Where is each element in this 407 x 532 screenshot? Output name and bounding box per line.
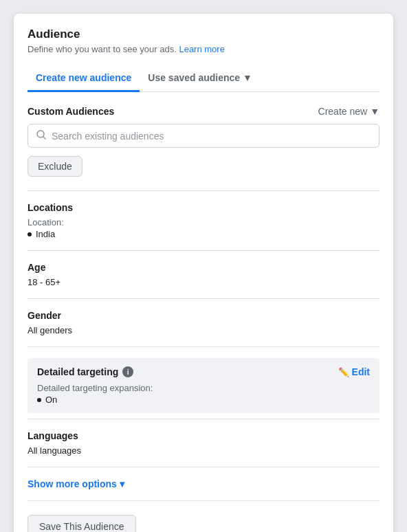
detailed-sub-label: Detailed targeting expansion: bbox=[37, 383, 370, 393]
location-item: India bbox=[28, 229, 380, 239]
dropdown-arrow-icon: ▼ bbox=[370, 106, 380, 117]
create-new-button[interactable]: Create new ▼ bbox=[318, 106, 380, 117]
chevron-down-icon: ▾ bbox=[120, 478, 124, 489]
card-title: Audience bbox=[28, 27, 380, 41]
languages-label: Languages bbox=[28, 430, 380, 441]
custom-audiences-header: Custom Audiences Create new ▼ bbox=[28, 106, 380, 117]
detailed-content: Detailed targeting expansion: On bbox=[37, 383, 370, 405]
detailed-targeting-section: Detailed targeting i ✏️ Edit Detailed ta… bbox=[28, 358, 380, 413]
locations-sub-label: Location: bbox=[28, 217, 380, 228]
gender-label: Gender bbox=[28, 310, 380, 321]
audience-card: Audience Define who you want to see your… bbox=[14, 14, 393, 532]
edit-button[interactable]: ✏️ Edit bbox=[338, 366, 370, 377]
gender-section: Gender All genders bbox=[28, 299, 380, 346]
detailed-item: On bbox=[37, 395, 370, 405]
locations-label: Locations bbox=[28, 202, 380, 213]
save-audience-button[interactable]: Save This Audience bbox=[28, 515, 136, 532]
age-label: Age bbox=[28, 262, 380, 273]
card-header: Audience Define who you want to see your… bbox=[28, 27, 380, 54]
age-value: 18 - 65+ bbox=[28, 277, 380, 287]
svg-line-1 bbox=[43, 137, 45, 139]
languages-value: All languages bbox=[28, 445, 380, 456]
bullet-dot-2 bbox=[37, 398, 41, 402]
search-icon bbox=[36, 130, 46, 142]
tab-create-new[interactable]: Create new audience bbox=[28, 65, 140, 92]
tab-saved-audience[interactable]: Use saved audience ▼ bbox=[140, 65, 261, 92]
search-input[interactable] bbox=[52, 131, 371, 142]
languages-section: Languages All languages bbox=[28, 419, 380, 467]
bullet-dot bbox=[28, 232, 32, 236]
pencil-icon: ✏️ bbox=[338, 367, 349, 377]
card-subtitle: Define who you want to see your ads. Lea… bbox=[28, 44, 380, 54]
learn-more-link[interactable]: Learn more bbox=[179, 44, 224, 54]
tabs-container: Create new audience Use saved audience ▼ bbox=[28, 65, 380, 92]
show-more-section: Show more options ▾ bbox=[28, 467, 380, 489]
exclude-button[interactable]: Exclude bbox=[28, 156, 82, 177]
search-box bbox=[28, 124, 380, 148]
age-section: Age 18 - 65+ bbox=[28, 251, 380, 298]
save-section: Save This Audience bbox=[28, 501, 380, 532]
info-icon[interactable]: i bbox=[122, 366, 133, 377]
custom-audiences-label: Custom Audiences bbox=[28, 106, 114, 117]
gender-value: All genders bbox=[28, 325, 380, 335]
detailed-label: Detailed targeting i bbox=[37, 366, 133, 377]
detailed-header: Detailed targeting i ✏️ Edit bbox=[37, 366, 370, 377]
show-more-button[interactable]: Show more options ▾ bbox=[28, 478, 124, 489]
detailed-targeting-wrapper: Detailed targeting i ✏️ Edit Detailed ta… bbox=[28, 347, 380, 419]
locations-section: Locations Location: India bbox=[28, 191, 380, 250]
